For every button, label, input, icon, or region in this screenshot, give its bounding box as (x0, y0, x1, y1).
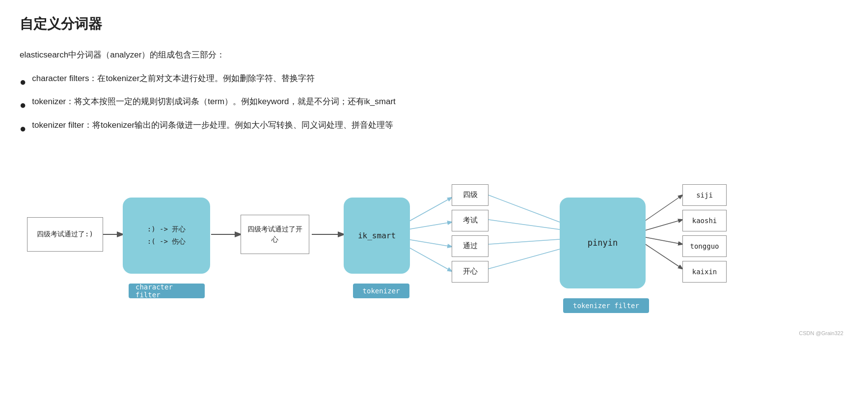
pinyin-token-text-3: kaixin (692, 268, 717, 276)
bullet-list: ● character filters：在tokenizer之前对文本进行处理。… (20, 71, 848, 139)
token-text-1: 考试 (463, 216, 478, 225)
bullet-text-3: tokenizer filter：将tokenizer输出的词条做进一步处理。例… (32, 118, 393, 133)
pinyin-token-box-2: tongguo (682, 235, 727, 257)
page-title: 自定义分词器 (20, 15, 848, 33)
diagram-area: 四级考试通过了:) :) -> 开心 :( -> 伤心 四级考试通过了开 心 i… (20, 158, 848, 340)
middle-box: 四级考试通过了开 心 (241, 215, 309, 254)
svg-line-11 (643, 195, 682, 222)
label-tokenizer-filter: tokenizer filter (563, 298, 649, 313)
token-text-0: 四级 (463, 190, 478, 200)
label-char-filter: character filter (129, 284, 205, 298)
label-char-filter-text: character filter (136, 283, 198, 299)
bullet-dot-3: ● (20, 119, 26, 139)
token-text-3: 开心 (463, 267, 478, 276)
watermark: CSDN @Grain322 (799, 330, 843, 336)
input-box: 四级考试通过了:) (27, 217, 103, 252)
svg-line-7 (488, 195, 560, 222)
label-tokenizer: tokenizer (353, 284, 409, 298)
token-box-2: 通过 (452, 235, 488, 257)
pinyin-token-text-1: kaoshi (692, 217, 717, 225)
svg-line-4 (407, 222, 452, 229)
ik-smart-box: ik_smart (344, 198, 410, 274)
char-filter-text: :) -> 开心 :( -> 伤心 (147, 223, 186, 248)
middle-text: 四级考试通过了开 心 (247, 224, 302, 245)
token-text-2: 通过 (463, 241, 478, 251)
pinyin-token-text-0: siji (696, 191, 713, 199)
svg-line-8 (488, 220, 560, 229)
svg-line-5 (407, 239, 452, 247)
list-item-3: ● tokenizer filter：将tokenizer输出的词条做进一步处理… (20, 118, 848, 139)
bullet-dot-2: ● (20, 95, 26, 115)
label-tokenizer-filter-text: tokenizer filter (573, 302, 639, 310)
bullet-dot-1: ● (20, 72, 26, 92)
char-filter-box: :) -> 开心 :( -> 伤心 (123, 198, 210, 274)
token-box-0: 四级 (452, 184, 488, 206)
bullet-text-1: character filters：在tokenizer之前对文本进行处理。例如… (32, 71, 315, 86)
ik-smart-text: ik_smart (358, 231, 396, 240)
token-box-3: 开心 (452, 261, 488, 283)
svg-line-13 (643, 237, 682, 244)
svg-line-3 (407, 198, 452, 222)
svg-line-14 (643, 243, 682, 269)
intro-text: elasticsearch中分词器（analyzer）的组成包含三部分： (20, 48, 848, 62)
pinyin-text: pinyin (588, 238, 618, 248)
pinyin-box: pinyin (560, 198, 646, 288)
svg-line-10 (488, 249, 560, 269)
pinyin-token-box-0: siji (682, 184, 727, 206)
pinyin-token-text-2: tongguo (690, 242, 719, 250)
svg-line-12 (643, 220, 682, 231)
token-box-1: 考试 (452, 210, 488, 231)
label-tokenizer-text: tokenizer (363, 287, 400, 295)
list-item-2: ● tokenizer：将文本按照一定的规则切割成词条（term）。例如keyw… (20, 94, 848, 115)
svg-line-6 (407, 247, 452, 271)
input-text: 四级考试通过了:) (37, 230, 93, 239)
pinyin-token-box-3: kaixin (682, 261, 727, 283)
list-item-1: ● character filters：在tokenizer之前对文本进行处理。… (20, 71, 848, 92)
pinyin-token-box-1: kaoshi (682, 210, 727, 231)
svg-line-9 (488, 239, 560, 244)
bullet-text-2: tokenizer：将文本按照一定的规则切割成词条（term）。例如keywor… (32, 94, 396, 110)
